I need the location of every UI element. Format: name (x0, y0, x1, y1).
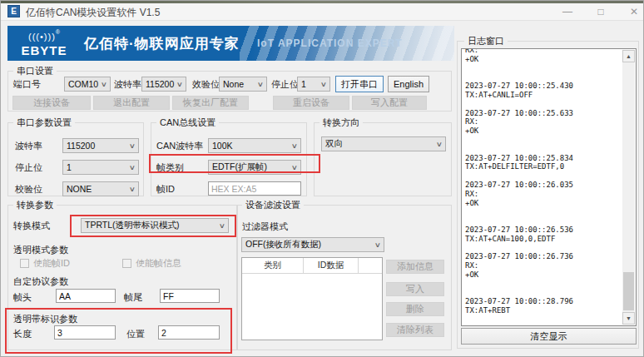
scroll-up-button[interactable]: ▲ (622, 50, 635, 62)
scroll-down-icon: ▼ (626, 315, 632, 321)
log-group: 日志窗口 RX: +OK 2023-07-27 10:00::25.430 TX… (457, 41, 639, 349)
chevron-down-icon: ∨ (320, 81, 327, 88)
ebyte-logo: (((•)))® EBYTE (17, 29, 71, 57)
filter-table-header: 类别 ID数据 (242, 258, 382, 274)
direction-select[interactable]: 双向∨ (321, 136, 446, 151)
tag-params-title: 透明带标识参数 (13, 313, 77, 325)
clear-list-button[interactable]: 清除列表 (386, 323, 444, 337)
filter-delete-label: 删除 (406, 303, 424, 315)
log-title: 日志窗口 (464, 35, 508, 47)
english-button[interactable]: English (388, 76, 429, 92)
factory-reset-button[interactable]: 恢复出厂配置 (172, 96, 249, 110)
frame-head-input[interactable] (56, 289, 116, 303)
frame-head-label: 帧头 (13, 291, 32, 304)
write-config-button[interactable]: 写入配置 (352, 96, 427, 110)
direction-value: 双向 (325, 138, 343, 150)
convert-mode-select[interactable]: TPRTL(透明带标识模式)∨ (81, 218, 229, 233)
restart-device-button[interactable]: 重启设备 (273, 96, 349, 110)
open-serial-label: 打开串口 (341, 78, 378, 91)
convert-mode-label: 转换模式 (13, 220, 50, 232)
frame-tail-label: 帧尾 (124, 291, 142, 304)
length-input[interactable] (54, 325, 116, 340)
window-title: 亿佰特CAN模块设置软件 V1.5 (26, 6, 160, 20)
scroll-down-button[interactable]: ▼ (622, 312, 635, 325)
minimize-button[interactable]: — (553, 3, 582, 20)
direction-group: 转换方向 双向∨ (314, 122, 452, 196)
baud-select[interactable]: 115200∨ (141, 77, 186, 92)
maximize-icon: □ (597, 6, 603, 17)
sp-stop-value: 1 (67, 162, 72, 172)
stop-value: 1 (301, 79, 306, 89)
column-id-data[interactable]: ID数据 (304, 258, 359, 273)
antenna-icon: (((•))) (28, 32, 56, 42)
exit-config-button[interactable]: 退出配置 (93, 96, 170, 110)
enable-frame-id-checkbox[interactable]: 使能帧ID (20, 257, 70, 270)
add-info-label: 添加信息 (397, 260, 433, 273)
chevron-down-icon: ∨ (129, 186, 136, 193)
app-icon: E (7, 5, 20, 17)
parity-value: None (223, 79, 244, 89)
stop-select[interactable]: 1∨ (297, 77, 330, 92)
app-icon-letter: E (11, 7, 17, 16)
frame-tail-input[interactable] (160, 289, 220, 303)
checkbox-icon (122, 259, 131, 268)
connect-device-button[interactable]: 连接设备 (12, 96, 91, 110)
sp-stop-label: 停止位 (15, 161, 42, 174)
enable-frame-id-label: 使能帧ID (33, 257, 70, 270)
parity-label: 效验位 (192, 78, 220, 91)
port-label: 端口号 (13, 78, 41, 91)
scroll-up-icon: ▲ (626, 53, 632, 59)
clear-display-button[interactable]: 清空显示 (461, 328, 637, 345)
close-button[interactable]: ✕ (620, 3, 644, 20)
frame-type-value: EDTF(扩展帧) (212, 161, 267, 173)
port-select[interactable]: COM10∨ (64, 77, 111, 92)
baud-value: 115200 (146, 79, 174, 89)
sp-baud-label: 波特率 (15, 140, 42, 152)
open-serial-button[interactable]: 打开串口 (335, 76, 384, 92)
chevron-down-icon: ∨ (129, 142, 136, 150)
baud-label: 波特率 (114, 78, 141, 91)
serial-params-title: 串口参数设置 (13, 117, 75, 129)
title-bar: E 亿佰特CAN模块设置软件 V1.5 — □ ✕ (1, 3, 644, 21)
convert-params-title: 转换参数 (13, 199, 57, 211)
brand-banner: (((•)))® EBYTE 亿佰特·物联网应用专家 IoT APPLICATI… (7, 26, 454, 61)
filter-mode-value: OFF(接收所有数据) (245, 239, 321, 250)
position-input[interactable] (158, 325, 220, 340)
port-value: COM10 (68, 79, 98, 89)
filter-write-label: 写入 (406, 283, 424, 295)
log-output[interactable]: RX: +OK 2023-07-27 10:00::25.430 TX:AT+C… (461, 48, 637, 326)
filter-mode-select[interactable]: OFF(接收所有数据)∨ (241, 237, 384, 252)
filter-delete-button[interactable]: 删除 (386, 302, 444, 316)
log-scrollbar[interactable]: ▲ ▼ (622, 50, 635, 325)
can-settings-group: CAN总线设置 CAN波特率 100K∨ 帧类别 EDTF(扩展帧)∨ 帧ID (151, 122, 307, 196)
frame-id-label: 帧ID (156, 183, 175, 196)
frame-type-select[interactable]: EDTF(扩展帧)∨ (208, 160, 301, 175)
can-baud-select[interactable]: 100K∨ (208, 138, 301, 153)
sp-parity-select[interactable]: NONE∨ (62, 181, 139, 196)
minimize-icon: — (562, 6, 572, 17)
convert-mode-value: TPRTL(透明带标识模式) (85, 220, 180, 231)
sp-baud-value: 115200 (67, 141, 95, 151)
filter-table[interactable]: 类别 ID数据 (241, 257, 383, 340)
serial-params-group: 串口参数设置 波特率 115200∨ 停止位 1∨ 校验位 NONE∨ (7, 122, 144, 196)
scrollbar-thumb[interactable] (623, 272, 634, 310)
slogan-chinese: 亿佰特·物联网应用专家 (84, 34, 240, 53)
factory-reset-label: 恢复出厂配置 (183, 97, 238, 109)
chevron-down-icon: ∨ (374, 241, 381, 249)
sp-baud-select[interactable]: 115200∨ (62, 138, 139, 153)
filter-title: 设备滤波设置 (242, 199, 304, 211)
brand-name: EBYTE (17, 44, 71, 57)
enable-frame-info-checkbox[interactable]: 使能帧信息 (122, 257, 181, 270)
chevron-down-icon: ∨ (436, 141, 443, 148)
column-category[interactable]: 类别 (242, 258, 304, 273)
chevron-down-icon: ∨ (291, 164, 298, 171)
filter-write-button[interactable]: 写入 (386, 282, 444, 296)
restart-device-label: 重启设备 (293, 97, 329, 109)
chevron-down-icon: ∨ (176, 81, 183, 88)
direction-title: 转换方向 (320, 117, 363, 129)
frame-id-input[interactable] (208, 181, 301, 196)
parity-select[interactable]: None∨ (219, 77, 267, 92)
add-info-button[interactable]: 添加信息 (386, 260, 444, 274)
maximize-button[interactable]: □ (587, 3, 615, 20)
sp-stop-select[interactable]: 1∨ (62, 160, 139, 175)
